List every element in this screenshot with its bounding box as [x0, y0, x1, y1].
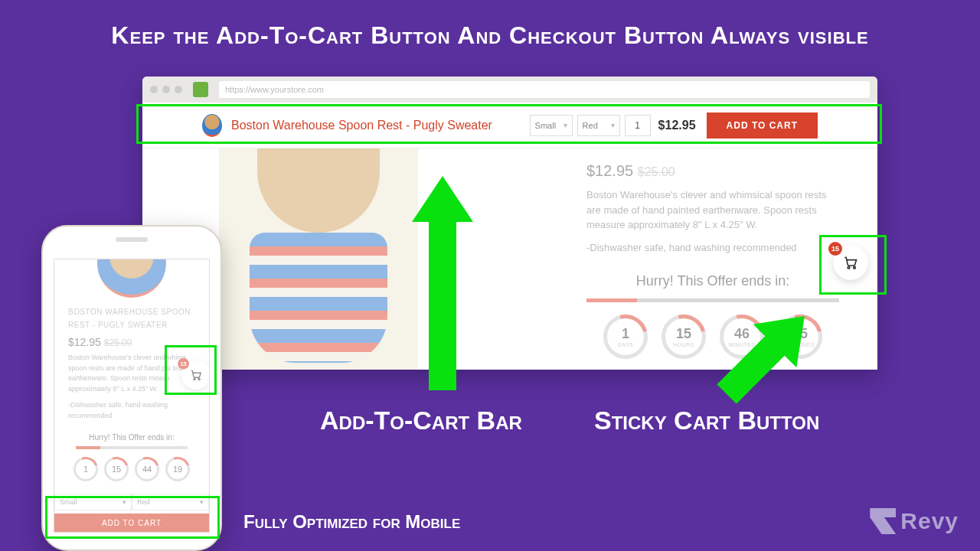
qty-input[interactable]: 1 — [625, 115, 651, 136]
product-note: -Dishwasher safe, hand washing recommend… — [586, 240, 839, 256]
timer-days: 1DAYS — [603, 315, 648, 359]
cart-count-badge: 15 — [178, 358, 189, 370]
window-dot — [162, 86, 170, 93]
svg-point-3 — [198, 378, 200, 380]
mobile-sticky-cart-button[interactable]: 15 — [181, 360, 210, 390]
arrow-up-icon — [420, 176, 466, 390]
cart-icon — [843, 255, 858, 270]
mobile-size-select[interactable]: Small▾ — [54, 494, 132, 510]
chevron-down-icon: ▾ — [200, 498, 204, 506]
mobile-progress-bar — [76, 446, 188, 449]
product-desc: Boston Warehouse's clever and whimsical … — [586, 187, 839, 233]
mobile-price: $12.95 $25.00 — [54, 331, 209, 353]
browser-chrome: https://www.yourstore.com — [142, 77, 877, 103]
product-price: $12.95 $25.00 — [586, 162, 839, 180]
svg-point-0 — [848, 266, 850, 269]
phone-screen: BOSTON WAREHOUSE SPOON REST - PUGLY SWEA… — [54, 259, 210, 533]
chevron-down-icon: ▾ — [611, 121, 615, 129]
atc-price: $12.95 — [658, 119, 696, 132]
caption-sticky-cart: Sticky Cart Button — [594, 406, 819, 435]
mobile-timer: 19 — [165, 457, 190, 481]
mobile-add-to-cart-button[interactable]: ADD TO CART — [54, 514, 209, 532]
size-select[interactable]: Small▾ — [530, 115, 573, 136]
mobile-timer: 44 — [135, 457, 159, 481]
mobile-timer: 15 — [104, 457, 129, 481]
brand-logo: Revy — [870, 508, 959, 534]
sticky-cart-button[interactable]: 15 — [833, 245, 868, 280]
mobile-color-select[interactable]: Red▾ — [132, 494, 209, 510]
svg-point-1 — [854, 266, 856, 269]
shopify-icon — [193, 82, 208, 97]
mobile-note: -Dishwasher safe, hand washing recommend… — [54, 400, 209, 421]
caption-mobile: Fully Optimized for Mobile — [243, 511, 460, 533]
logo-text: Revy — [900, 508, 959, 534]
product-image — [219, 148, 418, 370]
add-to-cart-bar: Boston Warehouse Spoon Rest - Pugly Swea… — [142, 103, 877, 148]
url-bar[interactable]: https://www.yourstore.com — [219, 81, 870, 98]
window-dot — [150, 86, 158, 93]
color-select[interactable]: Red▾ — [577, 115, 620, 136]
progress-bar — [586, 298, 839, 302]
add-to-cart-button[interactable]: ADD TO CART — [707, 112, 818, 139]
window-dot — [175, 86, 182, 93]
chevron-down-icon: ▾ — [564, 121, 567, 129]
atc-product-title: Boston Warehouse Spoon Rest - Pugly Swea… — [231, 119, 530, 132]
cart-icon — [190, 369, 202, 381]
logo-mark-icon — [870, 508, 896, 534]
mobile-urgency-text: Hurry! This Offer ends in: — [54, 433, 209, 442]
cart-count-badge: 15 — [828, 242, 842, 256]
product-thumb-icon — [202, 114, 222, 137]
chevron-down-icon: ▾ — [122, 498, 126, 506]
phone-mockup: BOSTON WAREHOUSE SPOON REST - PUGLY SWEA… — [41, 225, 222, 551]
mobile-timer: 1 — [74, 457, 98, 481]
headline: Keep the Add-To-Cart Button And Checkout… — [0, 0, 980, 50]
urgency-text: Hurry! This Offer ends in: — [586, 273, 839, 289]
svg-point-2 — [194, 378, 195, 380]
mobile-countdown: 1 15 44 19 — [54, 457, 209, 481]
caption-atc-bar: Add-To-Cart Bar — [320, 406, 522, 435]
